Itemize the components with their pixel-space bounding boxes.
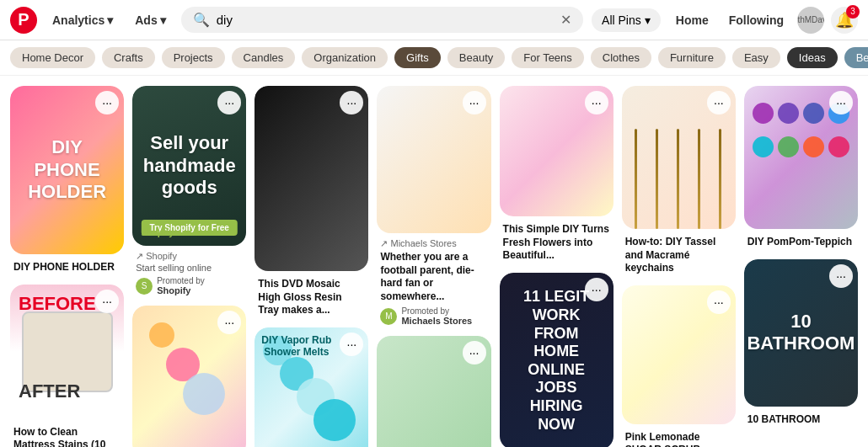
promoted-label: Promoted byShopify — [157, 276, 205, 295]
pin-info-diy-phone-holder: DIY PHONE HOLDER — [10, 254, 124, 276]
pin-title: DIY PHONE HOLDER — [13, 261, 121, 274]
pin-info-michaels: ↗ Michaels StoresWhether you are a footb… — [377, 233, 490, 327]
pin-info-mosaic-tray: This DVD Mosaic High Gloss Resin Tray ma… — [255, 271, 368, 319]
category-pill-bedroom[interactable]: Bedroom — [844, 47, 868, 68]
pin-more-button[interactable]: ··· — [585, 91, 608, 114]
category-pill-beauty[interactable]: Beauty — [447, 47, 505, 68]
pin-card-fresh-flowers[interactable]: ···This Simple DIY Turns Fresh Flowers i… — [500, 86, 613, 264]
pin-overlay-before-after: ··· — [95, 290, 119, 313]
pin-image-before-after: BEFOREAFTER··· — [10, 285, 124, 419]
pin-info-tassel: How-to: DIY Tassel and Macramé keychains — [622, 229, 736, 277]
pin-info-lemonade: Pink Lemonade SUGAR SCRUB — [622, 424, 736, 447]
pin-more-button[interactable]: ··· — [829, 91, 853, 114]
pin-title: This Simple DIY Turns Fresh Flowers into… — [503, 223, 610, 263]
pin-image-mosaic-tray: ··· — [255, 86, 368, 271]
pin-overlay-vapor-rub: ··· — [340, 333, 363, 356]
category-pill-ideas[interactable]: Ideas — [787, 47, 838, 68]
pin-more-button[interactable]: ··· — [707, 91, 731, 114]
pin-source: ↗ Shopify — [136, 251, 243, 262]
chevron-down-icon: ▾ — [645, 13, 651, 27]
pin-more-button[interactable]: ··· — [340, 333, 363, 356]
pin-card-lemonade[interactable]: ···Pink Lemonade SUGAR SCRUB — [622, 285, 736, 447]
pin-title: How to Clean Mattress Stains (10 Minute … — [13, 426, 121, 447]
category-pill-furniture[interactable]: Furniture — [658, 47, 726, 68]
pin-image-fresh-flowers: ··· — [500, 86, 613, 216]
pin-source: ↗ Michaels Stores — [380, 238, 487, 249]
user-avatar[interactable]: FaithMDavi... — [797, 7, 824, 34]
pin-overlay-tassel: ··· — [707, 91, 731, 114]
pin-card-legit-work[interactable]: 11 LEGIT WORK FROM HOME ONLINE JOBS HIRI… — [500, 273, 613, 447]
notifications-button[interactable]: 🔔 3 — [831, 7, 858, 34]
pin-title: Pink Lemonade SUGAR SCRUB — [625, 431, 732, 447]
search-icon: 🔍 — [193, 12, 210, 28]
pin-subtitle: Start selling online — [136, 263, 243, 273]
pin-more-button[interactable]: ··· — [585, 278, 608, 301]
pin-overlay-shopify: ··· — [217, 91, 241, 114]
pin-image-michaels: ··· — [377, 86, 490, 233]
pin-title: 10 BATHROOM — [747, 413, 855, 427]
pin-image-tassel: ··· — [622, 86, 736, 229]
pin-card-mosaic-tray[interactable]: ···This DVD Mosaic High Gloss Resin Tray… — [255, 86, 368, 319]
pin-grid: DIY PHONE HOLDER···DIY PHONE HOLDERBEFOR… — [0, 76, 868, 447]
pin-image-shopify: Sell your handmade goodsTry Shopify for … — [132, 86, 246, 246]
category-pill-gifts[interactable]: Gifts — [394, 47, 441, 68]
pin-card-diy-phone-holder[interactable]: DIY PHONE HOLDER···DIY PHONE HOLDER — [10, 86, 124, 276]
category-pills-container: Home DecorCraftsProjectsCandlesOrganizat… — [0, 40, 868, 76]
all-pins-dropdown[interactable]: All Pins ▾ — [592, 8, 661, 32]
pin-overlay-diy-phone-holder: ··· — [95, 91, 119, 114]
pin-card-bathroom[interactable]: 10 BATHROOM···10 BATHROOM — [744, 259, 858, 428]
pin-more-button[interactable]: ··· — [95, 290, 119, 313]
pin-overlay-zero-waste: ··· — [463, 341, 486, 365]
nav-analytics[interactable]: Analytics ▾ — [46, 10, 120, 30]
category-pill-easy[interactable]: Easy — [732, 47, 780, 68]
category-pill-organization[interactable]: Organization — [302, 47, 388, 68]
pin-title: Whether you are a football parent, die-h… — [380, 251, 487, 303]
pin-image-lemonade: ··· — [622, 285, 736, 424]
pin-info-pompom: DIY PomPom-Teppich — [744, 229, 858, 251]
pin-image-zero-waste: ··· — [377, 336, 490, 447]
pin-image-diy-phone-holder: DIY PHONE HOLDER··· — [10, 86, 124, 254]
pin-card-before-after[interactable]: BEFOREAFTER···How to Clean Mattress Stai… — [10, 285, 124, 447]
pin-title: DIY PomPom-Teppich — [747, 236, 855, 249]
pin-image-vapor-rub: DIY Vapor Rub Shower Melts··· — [255, 327, 368, 447]
pin-info-fresh-flowers: This Simple DIY Turns Fresh Flowers into… — [500, 216, 613, 264]
pin-title: How-to: DIY Tassel and Macramé keychains — [625, 236, 732, 275]
category-pill-crafts[interactable]: Crafts — [102, 47, 155, 68]
chevron-down-icon: ▾ — [107, 13, 113, 27]
nav-home[interactable]: Home — [669, 10, 715, 30]
pin-card-zero-waste[interactable]: ···27 Zero Waste DIY Ideas That Will Mak… — [377, 336, 490, 447]
pin-more-button[interactable]: ··· — [463, 341, 486, 365]
pin-more-button[interactable]: ··· — [95, 91, 119, 114]
search-input[interactable] — [217, 13, 554, 27]
search-clear-button[interactable]: ✕ — [560, 12, 571, 28]
pin-card-michaels[interactable]: ···↗ Michaels StoresWhether you are a fo… — [377, 86, 490, 327]
nav-following[interactable]: Following — [722, 10, 790, 30]
pin-image-scrunchies: ··· — [132, 306, 246, 447]
pin-overlay-bathroom: ··· — [829, 264, 853, 288]
pin-card-vapor-rub[interactable]: DIY Vapor Rub Shower Melts···DIY Vapor R… — [255, 327, 368, 447]
pin-more-button[interactable]: ··· — [217, 91, 241, 114]
pin-overlay-michaels: ··· — [463, 91, 486, 114]
category-pill-clothes[interactable]: Clothes — [591, 47, 651, 68]
pinterest-logo[interactable]: P — [10, 7, 37, 34]
pin-more-button[interactable]: ··· — [463, 91, 486, 114]
pin-card-shopify[interactable]: Sell your handmade goodsTry Shopify for … — [132, 86, 246, 297]
pin-more-button[interactable]: ··· — [707, 290, 731, 314]
pin-card-pompom[interactable]: ···DIY PomPom-Teppich — [744, 86, 858, 251]
pin-title: This DVD Mosaic High Gloss Resin Tray ma… — [258, 278, 365, 317]
pin-image-legit-work: 11 LEGIT WORK FROM HOME ONLINE JOBS HIRI… — [500, 273, 613, 447]
category-pill-home-decor[interactable]: Home Decor — [10, 47, 95, 68]
header-right: Home Following FaithMDavi... 🔔 3 — [669, 7, 858, 34]
pin-overlay-lemonade: ··· — [707, 290, 731, 314]
category-pill-for-teens[interactable]: For Teens — [512, 47, 584, 68]
pin-card-tassel[interactable]: ···How-to: DIY Tassel and Macramé keycha… — [622, 86, 736, 277]
category-pill-projects[interactable]: Projects — [162, 47, 225, 68]
nav-ads[interactable]: Ads ▾ — [128, 10, 172, 30]
app-header: P Analytics ▾ Ads ▾ 🔍 ✕ All Pins ▾ Home … — [0, 0, 868, 40]
pin-card-scrunchies[interactable]: ···How to Make Scrunchies — [132, 306, 246, 447]
pin-promoted-row: MPromoted byMichaels Stores — [380, 306, 487, 326]
pin-more-button[interactable]: ··· — [217, 311, 241, 334]
category-pill-candles[interactable]: Candles — [232, 47, 296, 68]
pin-more-button[interactable]: ··· — [340, 91, 363, 114]
pin-more-button[interactable]: ··· — [829, 264, 853, 288]
